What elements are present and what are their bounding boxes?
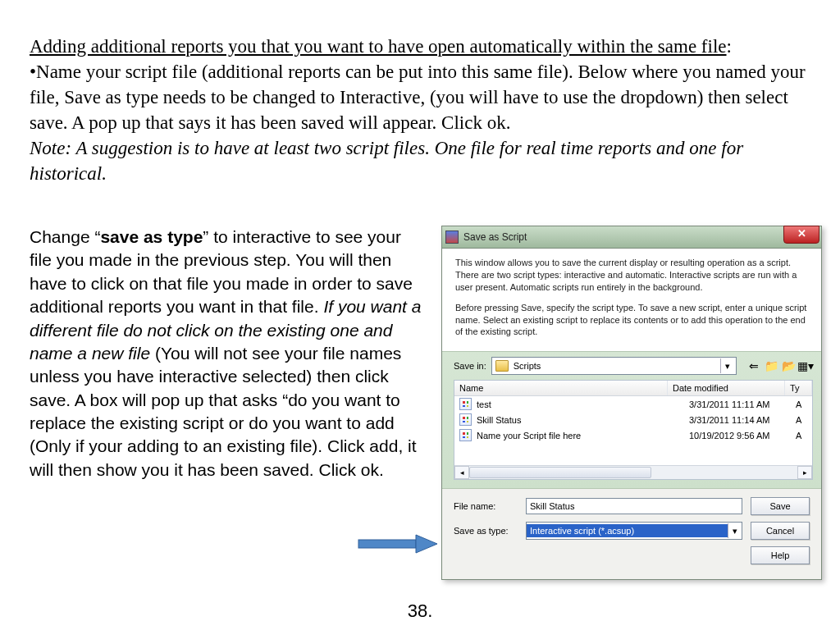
- col-date[interactable]: Date modified: [668, 381, 785, 395]
- heading-colon: :: [727, 36, 732, 57]
- savein-value: Scripts: [514, 361, 541, 371]
- body1-note: Note: A suggestion is to have at least t…: [30, 138, 743, 184]
- app-icon: [445, 231, 459, 244]
- doc-heading: Adding additional reports you that you w…: [30, 34, 822, 59]
- dialog-desc2: Before pressing Save, specify the script…: [455, 302, 808, 339]
- folder-icon: [495, 360, 509, 372]
- savein-dropdown[interactable]: Scripts ▾: [491, 357, 737, 375]
- dialog-desc1: This window allows you to save the curre…: [455, 257, 808, 294]
- view-menu-icon[interactable]: ▦▾: [798, 358, 813, 373]
- save-button[interactable]: Save: [751, 497, 810, 515]
- horizontal-scrollbar[interactable]: ◂ ▸: [454, 465, 812, 479]
- file-row[interactable]: test3/31/2011 11:11 AMA: [454, 396, 812, 412]
- new-folder-icon[interactable]: 📂: [781, 358, 796, 373]
- file-list-header[interactable]: Name Date modified Ty: [454, 381, 812, 396]
- save-as-script-dialog: Save as Script ✕ This window allows you …: [441, 226, 822, 580]
- heading-underline: Adding additional reports you that you w…: [30, 36, 727, 57]
- file-row[interactable]: Name your Script file here10/19/2012 9:5…: [454, 427, 812, 443]
- dialog-description: This window allows you to save the curre…: [442, 249, 821, 351]
- filename-label: File name:: [454, 501, 518, 511]
- help-button[interactable]: Help: [751, 546, 810, 564]
- file-list[interactable]: Name Date modified Ty test3/31/2011 11:1…: [454, 380, 813, 480]
- doc-body1: •Name your script file (additional repor…: [30, 59, 822, 186]
- script-file-icon: [459, 413, 472, 426]
- savein-label: Save in:: [454, 361, 486, 371]
- svg-rect-0: [358, 540, 416, 548]
- arrow-icon: [357, 532, 439, 556]
- left-paragraph: Change “save as type” to interactive to …: [30, 226, 423, 482]
- dialog-title: Save as Script: [463, 231, 527, 243]
- svg-marker-1: [416, 535, 437, 553]
- cancel-button[interactable]: Cancel: [751, 522, 810, 540]
- up-folder-icon[interactable]: 📁: [764, 358, 778, 373]
- script-file-icon: [459, 429, 472, 441]
- back-icon[interactable]: ⇐: [746, 358, 761, 373]
- col-name[interactable]: Name: [454, 381, 668, 395]
- scroll-right-icon[interactable]: ▸: [797, 466, 812, 479]
- chevron-down-icon[interactable]: ▾: [720, 358, 734, 373]
- body1-main: •Name your script file (additional repor…: [30, 62, 806, 133]
- chevron-down-icon[interactable]: ▾: [728, 523, 742, 538]
- file-row[interactable]: Skill Status3/31/2011 11:14 AMA: [454, 412, 812, 427]
- scroll-left-icon[interactable]: ◂: [454, 466, 469, 479]
- script-file-icon: [459, 398, 472, 410]
- col-type[interactable]: Ty: [785, 381, 812, 395]
- saveastype-dropdown[interactable]: Interactive script (*.acsup) ▾: [526, 522, 742, 540]
- scroll-thumb[interactable]: [469, 467, 651, 478]
- saveastype-label: Save as type:: [454, 526, 518, 536]
- saveastype-selected: Interactive script (*.acsup): [527, 524, 728, 537]
- page-number: 38.: [0, 600, 840, 622]
- close-button[interactable]: ✕: [783, 226, 819, 244]
- dialog-titlebar[interactable]: Save as Script ✕: [442, 226, 821, 249]
- filename-input[interactable]: Skill Status: [526, 498, 742, 514]
